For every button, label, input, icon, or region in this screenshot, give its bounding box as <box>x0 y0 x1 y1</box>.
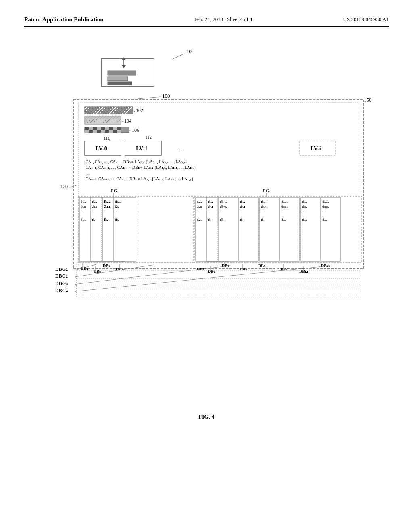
dbg4-label: DBG₄ <box>55 288 68 293</box>
d10dots: .. <box>281 209 283 213</box>
db6-label: DB₆ <box>208 269 215 274</box>
d8x-label: d̃₈ <box>240 218 243 222</box>
svg-rect-52 <box>105 130 109 133</box>
svg-rect-39 <box>89 127 93 130</box>
dk71-label: d̃k₇,₁ <box>220 200 227 204</box>
lvi-label: LV-i <box>311 145 321 152</box>
svg-rect-53 <box>109 130 113 133</box>
d122-label: d̃₁₂,₁ <box>322 205 329 208</box>
figure-label: FIG. 4 <box>24 414 389 420</box>
d9dots: .. <box>261 209 263 213</box>
dk7dots2: .. <box>220 214 221 217</box>
db11-label: DB₁₁ <box>299 269 308 274</box>
d121-label: d̃₁₂,₁ <box>322 200 329 204</box>
dbg1-label: DBG₁ <box>55 266 68 272</box>
d8dots2: .. <box>240 214 242 217</box>
d112-label: d̃₁₁ <box>302 205 307 208</box>
ref-100-label: 100 <box>162 93 170 99</box>
db10-label: DB₁₀ <box>279 267 288 271</box>
dk7dots: .. <box>220 209 221 213</box>
lv0-label: LV-0 <box>96 145 107 152</box>
d9x-label: d̃₉ <box>261 218 264 222</box>
svg-line-80 <box>75 277 77 279</box>
d6dots: .. <box>208 209 209 213</box>
ref-106-label: 106 <box>132 127 139 133</box>
d8dots: .. <box>240 209 242 213</box>
svg-line-0 <box>172 54 184 59</box>
ref-10-label: 10 <box>186 48 192 54</box>
d10dots2: .. <box>281 214 283 217</box>
formula3: .... <box>86 171 90 175</box>
diagram-container: 10 100 150 <box>24 39 389 402</box>
formula1: CA₁, CA₂, ... , CAₓ → DB₅ ≡ LA₅,₁ {LA₅,₁… <box>86 160 187 164</box>
ref-102-label: 102 <box>136 108 143 113</box>
svg-rect-55 <box>117 130 121 133</box>
d10x-label: d̃₁₀ <box>281 218 286 222</box>
d12dots2: .. <box>322 214 324 217</box>
diagram-svg: 10 100 150 <box>33 39 380 402</box>
d2dots: .. <box>92 209 93 213</box>
svg-rect-42 <box>101 127 105 130</box>
svg-rect-4 <box>108 71 136 75</box>
dk7x-label: d̃k₇ <box>220 218 225 222</box>
db9-label: DB₉ <box>258 264 266 268</box>
d51-label: d₅,₁ <box>81 200 86 204</box>
svg-rect-40 <box>93 127 97 130</box>
ref-112-label: 112 <box>145 135 152 139</box>
svg-rect-43 <box>105 127 109 130</box>
header: Patent Application Publication Feb. 21, … <box>24 16 389 27</box>
ck12-label: c̃k₁,₁ <box>104 205 110 208</box>
header-right: US 2013/0046930 A1 <box>343 16 389 23</box>
d5dots2: ... <box>81 214 83 217</box>
svg-rect-44 <box>109 127 113 130</box>
rg1-label: RG₁ <box>111 188 119 193</box>
d22-label: d̃₂,₂ <box>92 205 97 208</box>
d61-label: d̃₆,₁ <box>208 200 213 204</box>
d2x-label: d̃₂ <box>92 218 95 222</box>
d6dots2: .. <box>208 214 209 217</box>
ck42-label: c̃k₄ <box>115 205 119 208</box>
header-center: Feb. 21, 2013 Sheet 4 of 4 <box>194 16 252 23</box>
d21-label: d̃₂,₁ <box>92 200 97 204</box>
ck4x-label: c̃k₄ <box>115 218 119 222</box>
svg-rect-38 <box>85 127 89 130</box>
ck11-label: c̃k₁,₁ <box>104 200 110 204</box>
lv-ellipsis: ... <box>178 145 183 152</box>
d1dots: ... <box>197 209 199 213</box>
d5dots: ... <box>81 209 83 213</box>
d81-label: d̃₈,₁ <box>240 200 245 204</box>
d5x-label: d₅,ₓ <box>81 218 86 222</box>
ck4dots: .. <box>115 209 117 213</box>
ck4dots2: .. <box>115 214 117 217</box>
dbg3-label: DBG₃ <box>55 281 68 286</box>
d11dots: .. <box>302 209 304 213</box>
d91-label: d̃₉,₅ <box>261 200 266 204</box>
db3-label: DB₃ <box>103 264 110 268</box>
svg-line-7 <box>138 97 161 99</box>
ref-104-label: 104 <box>124 118 131 124</box>
d11dots2: .. <box>302 214 304 217</box>
dbg4-box <box>77 285 361 297</box>
d111-label: d̃₁₁ <box>302 200 307 204</box>
svg-line-81 <box>75 284 77 286</box>
d92-label: d̃₉,₅ <box>261 205 266 208</box>
d52-label: d₅,₂ <box>81 205 86 208</box>
d12-label: d₁,₂ <box>197 205 202 208</box>
svg-rect-50 <box>97 130 101 133</box>
ref-150-label: 150 <box>364 97 372 103</box>
d2dots2: .. <box>92 214 93 217</box>
d11-label: d₁,₁ <box>197 200 202 204</box>
ref-120-label: 120 <box>60 184 68 189</box>
d11x-label: d̃₁₁ <box>302 218 307 222</box>
svg-rect-46 <box>117 127 121 130</box>
dbg2-label: DBG₂ <box>55 273 68 279</box>
d12x-label: d̃₁₂ <box>322 218 327 222</box>
svg-rect-48 <box>89 130 93 133</box>
svg-rect-41 <box>97 127 101 130</box>
d82-label: d̃₈,₂ <box>240 205 245 208</box>
lv1-label: LV-1 <box>136 145 148 152</box>
d101-label: d̃₁₀,ₓ <box>281 200 288 204</box>
svg-rect-45 <box>113 127 117 130</box>
svg-rect-6 <box>108 82 132 85</box>
ckdots2: .. <box>104 214 105 217</box>
